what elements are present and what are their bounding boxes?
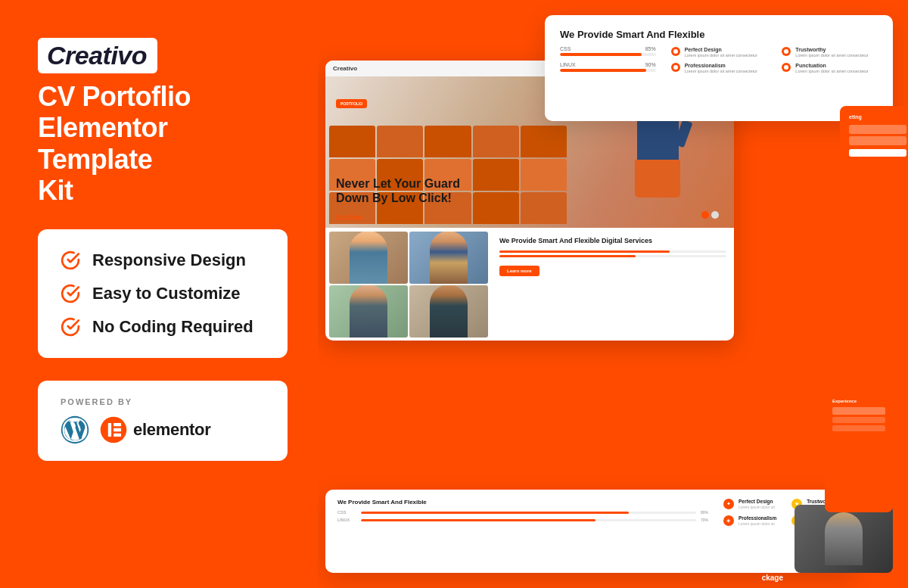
photo-cell-4 [409,285,488,338]
feature-item-2: Easy to Customize [61,284,265,303]
bottom-mockup-title: We Provide Smart And Flexible [337,499,708,506]
bottom-skill-bars: CSS 80% LINUX 70% [337,510,708,522]
icon-feature-desc-3: Lorem ipsum dolor sit amet consectetur [795,53,868,58]
side-orange-card: eting [840,106,908,164]
icon-stat-professionalism: ◈ Professionalism Lorem ipsum dolor sit [723,515,776,526]
feature-label-2: Easy to Customize [92,284,241,303]
right-side-orange-card: Experience [825,391,893,512]
skill-col-left: CSS 85% LINUX 90% [560,46,656,78]
professionalism-stat-icon: ◈ [723,515,734,526]
skill-col-far-right: Trustworthy Lorem ipsum dolor sit amet c… [782,46,878,78]
svg-rect-3 [114,423,121,426]
mockup-bottom: We Provide Smart And Flexible CSS 80% LI… [325,490,855,573]
skill-col-right: Perfect Design Lorem ipsum dolor sit ame… [671,46,767,78]
feature-label-3: No Coding Required [92,317,253,337]
bottom-photos [325,228,492,341]
side-card-button [849,149,906,157]
hero-headline: Never Let Your Guard Down By Low Click! [336,176,460,205]
powered-card: POWERED BY elementor [38,381,288,461]
brand-title: Creativo CV Portoflio Elementor Template… [38,38,288,207]
icon-feature-4: Punctuation Lorem ipsum dolor sit amet c… [782,62,878,73]
right-panel: We Provide Smart And Flexible CSS 85% LI… [318,0,908,588]
features-card: Responsive Design Easy to Customize No C… [38,229,288,358]
icon-feature-desc-1: Lorem ipsum dolor sit amet consectetur [685,53,757,58]
side-card-input-2 [849,136,906,145]
bottom-section-title: We Provide Smart And Flexible Digital Se… [499,237,726,246]
skill-bar-linux [560,69,646,72]
mockup-bottom-section: We Provide Smart And Flexible Digital Se… [325,228,734,341]
svg-rect-2 [108,423,111,437]
mockup-top-title: We Provide Smart And Flexible [560,29,878,40]
check-icon-3 [61,317,80,337]
icon-feature-title-2: Professionalism [685,62,757,69]
brand-name: Creativo [47,41,147,70]
svg-rect-5 [114,433,121,436]
icon-feature-2: Professionalism Lorem ipsum dolor sit am… [671,62,767,73]
subtitle: CV Portoflio Elementor Template Kit [38,81,288,207]
icon-feature-1: Perfect Design Lorem ipsum dolor sit ame… [671,46,767,58]
dark-image [794,505,893,573]
photo-cell-2 [409,232,488,284]
icon-features-2: Trustworthy Lorem ipsum dolor sit amet c… [782,46,878,73]
icon-stat-perfect-design: ✦ Perfect Design Lorem ipsum dolor sit [723,499,776,509]
side-right-text: Experience [832,399,885,403]
skills-row: CSS 85% LINUX 90% [560,46,878,78]
punctuation-icon [782,63,791,72]
icon-features: Perfect Design Lorem ipsum dolor sit ame… [671,46,767,73]
wordpress-logo [61,415,89,444]
bottom-left-section: We Provide Smart And Flexible CSS 80% LI… [337,499,708,564]
package-label: ckage [762,574,783,582]
learn-more-btn[interactable]: Learn more [499,266,540,276]
elementor-icon [100,416,127,443]
svg-rect-4 [114,428,121,431]
elementor-logo: elementor [100,416,210,443]
icon-feature-desc-2: Lorem ipsum dolor sit amet consectetur [685,69,757,73]
icon-feature-title-1: Perfect Design [685,46,757,53]
photo-cell-1 [329,232,408,284]
brand-name-box: Creativo [38,38,157,73]
icon-feature-title-4: Punctuation [795,62,868,69]
chair-grid [325,122,571,228]
icon-feature-desc-4: Lorem ipsum dolor sit amet consectetur [795,69,868,73]
icon-stat-group-1: ✦ Perfect Design Lorem ipsum dolor sit ◈… [723,499,776,564]
check-icon-1 [61,250,80,270]
skill-item-linux: LINUX 90% [560,62,656,72]
bottom-bars [499,250,726,257]
perfect-design-stat-icon: ✦ [723,499,734,509]
carousel-dots [701,211,719,219]
skill-bar-css [560,53,642,56]
mockup-top: We Provide Smart And Flexible CSS 85% LI… [545,15,893,121]
feature-label-1: Responsive Design [92,250,246,270]
powered-logos: elementor [61,415,265,444]
icon-feature-3: Trustworthy Lorem ipsum dolor sit amet c… [782,46,878,58]
powered-label: POWERED BY [61,397,265,406]
skill-item-css: CSS 85% [560,46,656,56]
bottom-info: We Provide Smart And Flexible Digital Se… [492,228,734,341]
side-card-input [849,125,906,134]
photo-cell-3 [329,285,408,338]
icon-feature-title-3: Trustworthy [795,46,868,53]
elementor-text: elementor [133,420,210,440]
mockup-logo: Creativo [333,65,357,72]
hero-link: View Details [336,214,362,219]
left-panel: Creativo CV Portoflio Elementor Template… [0,0,318,588]
check-icon-2 [61,284,80,303]
feature-item-1: Responsive Design [61,250,265,270]
side-card-text: eting [849,114,906,121]
feature-item-3: No Coding Required [61,317,265,337]
trustworthy-icon [782,47,791,56]
perfect-design-icon [671,47,680,56]
professionalism-icon [671,63,680,72]
hero-badge: PORTFOLIO [336,99,367,108]
